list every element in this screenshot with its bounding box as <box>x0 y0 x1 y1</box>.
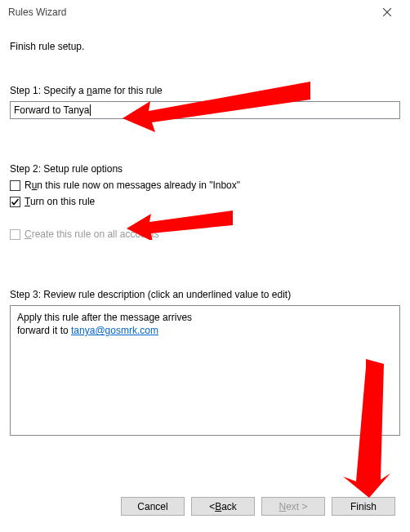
close-button[interactable] <box>371 1 403 24</box>
step2-label: Step 2: Setup rule options <box>10 163 400 175</box>
rule-name-input[interactable]: Forward to Tanya <box>10 101 400 119</box>
step1-label: Step 1: Specify a name for this rule <box>10 85 400 96</box>
turn-on-option[interactable]: Turn on this rule <box>10 196 400 207</box>
close-icon <box>383 8 391 16</box>
create-all-accounts-option: Create this rule on all accounts <box>10 228 400 240</box>
run-now-option[interactable]: Run this rule now on messages already in… <box>10 180 400 191</box>
rule-desc-line-1: Apply this rule after the message arrive… <box>17 311 393 324</box>
checkbox-unchecked-icon <box>10 180 20 191</box>
checkbox-checked-icon <box>10 197 20 207</box>
checkbox-disabled-icon <box>10 229 20 240</box>
wizard-buttons: Cancel < Back Next > Finish <box>121 497 395 516</box>
finish-button[interactable]: Finish <box>332 497 395 516</box>
rule-desc-line-2: forward it to tanya@gosmrk.com <box>17 324 393 337</box>
forward-address-link[interactable]: tanya@gosmrk.com <box>71 325 158 336</box>
rule-description-box[interactable]: Apply this rule after the message arrive… <box>10 305 400 436</box>
cancel-button[interactable]: Cancel <box>121 497 185 516</box>
next-button: Next > <box>261 497 325 516</box>
page-subtitle: Finish rule setup. <box>10 41 400 52</box>
step3-label: Step 3: Review rule description (click a… <box>10 289 400 300</box>
text-cursor <box>90 104 91 116</box>
window-title: Rules Wizard <box>8 7 66 18</box>
title-bar: Rules Wizard <box>0 0 410 24</box>
back-button[interactable]: < Back <box>191 497 255 516</box>
